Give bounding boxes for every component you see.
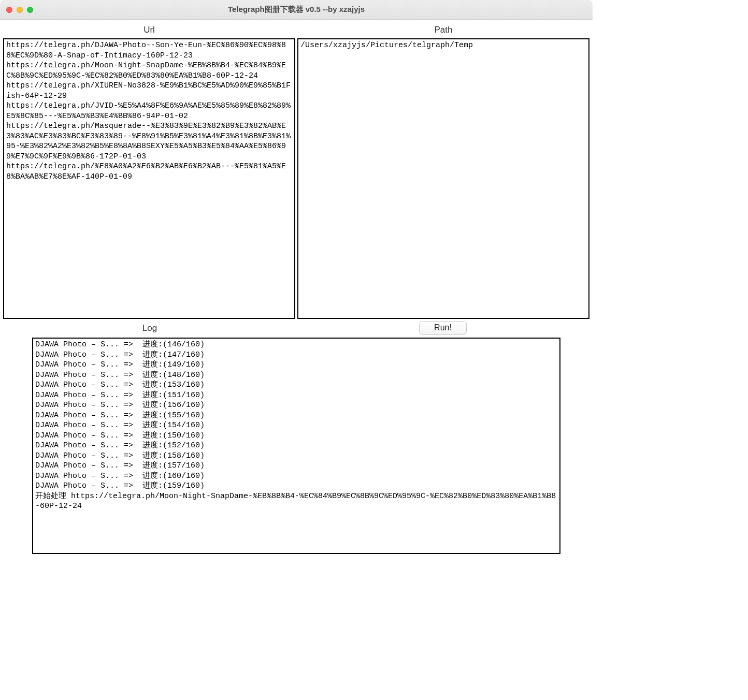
url-label: Url xyxy=(3,23,295,38)
path-input[interactable] xyxy=(297,38,589,319)
window-title: Telegraph图册下载器 v0.5 --by xzajyjs xyxy=(0,5,593,14)
close-icon[interactable] xyxy=(6,7,12,13)
log-output: DJAWA Photo – S... => 进度:(146/160) DJAWA… xyxy=(32,338,560,554)
path-label: Path xyxy=(297,23,589,38)
maximize-icon[interactable] xyxy=(27,7,33,13)
traffic-lights xyxy=(6,7,33,13)
window-titlebar: Telegraph图册下载器 v0.5 --by xzajyjs xyxy=(0,0,593,20)
run-button[interactable]: Run! xyxy=(419,321,467,334)
log-label: Log xyxy=(3,321,296,337)
url-input[interactable] xyxy=(3,38,295,319)
minimize-icon[interactable] xyxy=(17,7,23,13)
